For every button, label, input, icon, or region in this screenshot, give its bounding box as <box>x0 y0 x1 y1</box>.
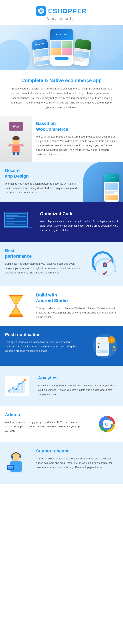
analytics-description: Analytics are important to monitor the r… <box>38 383 119 396</box>
support-description: Customer seller interactions are easy th… <box>36 456 119 470</box>
laptop-icon <box>4 212 32 232</box>
support-person-icon <box>3 445 29 473</box>
woocommerce-section: Woo <box>0 116 123 162</box>
performance-text: Best performance Build a lag free super … <box>0 242 87 286</box>
support-section: Support channel Customer seller interact… <box>0 442 123 484</box>
svg-rect-9 <box>17 152 20 155</box>
admob-title: Admob <box>5 412 86 418</box>
svg-rect-46 <box>10 388 12 393</box>
woo-description: We build the app based on WooCommece, mo… <box>36 134 119 156</box>
svg-rect-8 <box>12 152 15 155</box>
eshopper-logo-icon <box>36 6 46 16</box>
svg-rect-48 <box>18 383 20 393</box>
svg-rect-58 <box>10 455 12 458</box>
svg-text:🔔: 🔔 <box>110 338 114 342</box>
admob-text: Admob Want to earn revenue by giving adv… <box>0 406 91 442</box>
performance-section: Best performance Build a lag free super … <box>0 242 123 286</box>
svg-point-33 <box>113 346 115 348</box>
decent-description: We maintained material design pattern to… <box>5 182 78 195</box>
svg-text:🚀: 🚀 <box>102 271 107 276</box>
performance-title: Best performance <box>5 248 82 259</box>
svg-rect-47 <box>14 386 16 393</box>
svg-point-45 <box>24 379 26 381</box>
decent-illustration: ESHOPPER <box>83 162 123 202</box>
optimized-title: Optimized Code <box>40 211 119 217</box>
app-title: ESHOPPER <box>48 8 87 15</box>
performance-description: Build a lag free super app from your sit… <box>5 262 82 275</box>
hero-section: ESHOPPER ESHOPPER <box>0 24 123 70</box>
notification-icon: 🔔 📱 ✉️ 🔔 <box>90 331 120 361</box>
svg-rect-20 <box>9 295 24 296</box>
push-notification-section: Push notification This app supports push… <box>0 326 123 366</box>
android-studio-section: Build with Android Studio This app is de… <box>0 286 123 326</box>
svg-rect-21 <box>9 315 24 317</box>
push-description: This app supports push notification serv… <box>5 340 82 353</box>
svg-text:✉️: ✉️ <box>98 350 100 353</box>
push-illustration: 🔔 📱 ✉️ 🔔 <box>87 326 123 366</box>
android-description: This app is developed in Android Studio … <box>36 306 119 319</box>
header-section: ESHOPPER Documentation <box>0 0 123 24</box>
logo-container: ESHOPPER <box>4 6 119 16</box>
app-subtitle: Documentation <box>4 17 119 20</box>
support-illustration <box>0 442 32 476</box>
complete-text: Probably you are looking for a perfect m… <box>10 86 114 110</box>
complete-title: Complete & Native ecommerce app <box>8 78 115 83</box>
admob-illustration: G <box>91 406 123 442</box>
svg-rect-7 <box>20 144 24 147</box>
svg-point-35 <box>114 349 116 351</box>
decent-section: Decent app Design We maintained material… <box>0 162 123 202</box>
svg-point-5 <box>12 136 20 140</box>
android-text: Build with Android Studio This app is de… <box>32 286 123 325</box>
woo-illustration: Woo <box>0 116 32 162</box>
hero-phone-main: ESHOPPER <box>50 29 73 66</box>
svg-text:0: 0 <box>94 270 96 272</box>
svg-rect-59 <box>20 455 22 458</box>
person-illustration <box>7 133 25 155</box>
svg-rect-63 <box>8 466 14 469</box>
admob-logo-icon: G <box>94 411 120 437</box>
performance-illustration: 0 100 🚀 <box>87 242 123 286</box>
svg-text:🔔: 🔔 <box>98 342 100 344</box>
android-illustration <box>0 290 32 322</box>
hero-phone-3 <box>72 39 92 67</box>
push-text: Push notification This app supports push… <box>0 326 87 366</box>
admob-section: Admob Want to earn revenue by giving adv… <box>0 406 123 442</box>
analytics-chart-icon <box>3 372 31 400</box>
analytics-text: Analytics Analytics are important to mon… <box>34 369 123 402</box>
svg-text:100: 100 <box>115 270 118 272</box>
optimized-text: Optimized Code We do highest care about … <box>36 205 123 238</box>
optimized-section: Optimized Code We do highest care about … <box>0 202 123 242</box>
decent-title: Decent app Design <box>5 168 78 179</box>
support-text: Support channel Customer seller interact… <box>32 442 123 476</box>
woo-logo: Woo <box>9 122 23 131</box>
woo-text: Based on WooCommerce We build the app ba… <box>32 116 123 162</box>
optimized-illustration <box>0 208 36 236</box>
hourglass-svg <box>6 293 26 319</box>
analytics-section: Analytics Analytics are important to mon… <box>0 366 123 406</box>
optimized-description: We do highest care about code optimizati… <box>40 219 119 232</box>
svg-rect-6 <box>8 144 12 147</box>
svg-point-42 <box>16 389 17 390</box>
android-title: Build with Android Studio <box>36 292 119 304</box>
decent-text: Decent app Design We maintained material… <box>0 162 83 202</box>
svg-text:G: G <box>105 422 108 426</box>
complete-section: Complete & Native ecommerce app Probably… <box>0 70 123 116</box>
svg-text:📱: 📱 <box>98 346 100 348</box>
svg-point-34 <box>112 350 114 352</box>
svg-rect-24 <box>100 338 105 339</box>
hourglass-icon <box>6 294 26 318</box>
support-title: Support channel <box>36 448 119 454</box>
analytics-title: Analytics <box>38 375 119 381</box>
push-title: Push notification <box>5 332 82 338</box>
gauge-icon: 0 100 🚀 <box>91 251 119 277</box>
analytics-illustration <box>0 369 34 403</box>
woo-title: Based on WooCommerce <box>36 121 119 132</box>
hero-phones: ESHOPPER ESHOPPER <box>33 29 90 66</box>
admob-description: Want to earn revenue by giving advertise… <box>5 420 86 433</box>
hero-phone-1: ESHOPPER <box>31 39 50 67</box>
svg-point-61 <box>12 458 14 460</box>
svg-point-16 <box>104 264 106 266</box>
svg-rect-49 <box>22 381 24 393</box>
